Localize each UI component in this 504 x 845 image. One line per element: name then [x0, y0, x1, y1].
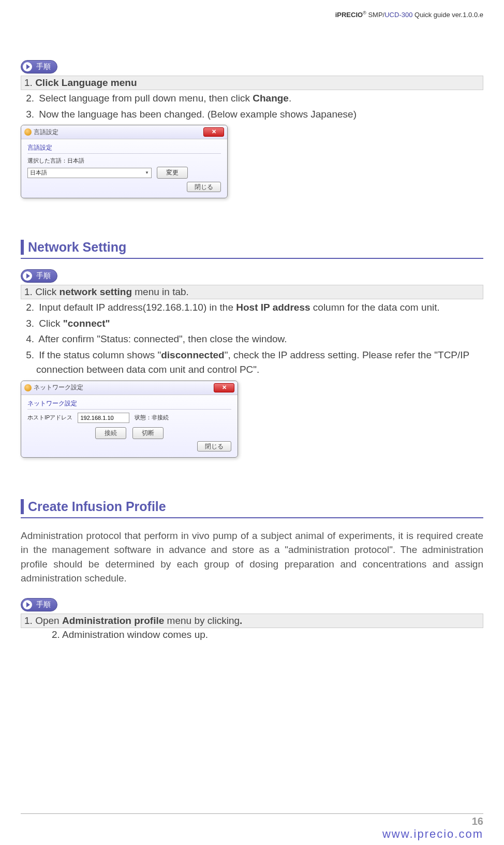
host-ip-label: ホストIPアドレス	[27, 414, 72, 421]
section-rule	[21, 258, 483, 259]
window-close-button[interactable]: ✕	[214, 383, 234, 392]
step-text-part: Input default IP address(192.168.1.10) i…	[39, 302, 236, 313]
step-text: Administration window comes up.	[62, 629, 208, 640]
step-text-end: .	[240, 615, 242, 626]
dialog-icon	[24, 384, 32, 391]
connect-button[interactable]: 接続	[95, 427, 126, 439]
section-heading-profile: Create Infusion Profile	[21, 499, 483, 514]
model-number: UCD-300	[384, 11, 412, 19]
step-text-bold: "connect"	[63, 318, 110, 329]
field-row: 日本語 変更	[27, 167, 221, 179]
dialog-title: 言語設定	[34, 128, 58, 137]
step-highlight-row: 1. Open Administration profile menu by c…	[21, 614, 483, 628]
intro-paragraph: Administration protocol that perform in …	[21, 529, 483, 586]
step-number: 2.	[23, 300, 34, 315]
button-row: 閉じる	[27, 442, 231, 451]
step-number: 1.	[24, 286, 33, 297]
list-item: 3. Now the language has been changed. (B…	[21, 107, 483, 122]
change-button[interactable]: 変更	[157, 167, 188, 179]
step-text-bold: disconnected	[161, 349, 224, 360]
step-number: 4.	[23, 332, 34, 347]
step-number: 5.	[23, 348, 34, 363]
step-list: 2. Select language from pull down menu, …	[21, 91, 483, 122]
select-value: 日本語	[30, 169, 47, 177]
language-settings-dialog: 言語設定 ✕ 言語設定 選択した言語：日本語 日本語 変更 閉じる	[21, 125, 228, 198]
step-text-part: Click	[39, 318, 63, 329]
step-text-bold: Change	[253, 93, 289, 104]
button-row: 接続 切断	[27, 427, 231, 439]
step-text-part: Open	[35, 615, 62, 626]
language-select[interactable]: 日本語	[27, 168, 152, 178]
list-item: 3. Click "connect"	[21, 316, 483, 331]
step-text-part: If the status column shows "	[39, 349, 161, 360]
ip-address-input[interactable]	[78, 413, 129, 423]
step-text-bold: Host IP address	[236, 302, 310, 313]
field-row: ホストIPアドレス 状態：非接続	[27, 413, 231, 423]
footer-url: www.iprecio.com	[382, 827, 483, 841]
step-text-part: Click	[35, 286, 59, 297]
network-settings-dialog: ネットワーク設定 ✕ ネットワーク設定 ホストIPアドレス 状態：非接続 接続 …	[21, 381, 238, 458]
procedure-badge: 手順	[21, 269, 57, 283]
list-item: 2. Administration window comes up.	[52, 629, 483, 640]
list-item: 5. If the status column shows "disconnec…	[21, 348, 483, 377]
list-item: 2. Select language from pull down menu, …	[21, 91, 483, 106]
dialog-titlebar: 言語設定 ✕	[21, 125, 227, 139]
step-number: 3.	[23, 107, 34, 122]
connection-status-label: 状態：非接続	[135, 414, 169, 421]
step-text-bold: Administration profile	[62, 615, 164, 626]
button-row: 閉じる	[27, 183, 221, 192]
step-text: Now the language has been changed. (Belo…	[39, 109, 357, 120]
close-button[interactable]: 閉じる	[197, 441, 231, 451]
window-close-button[interactable]: ✕	[203, 127, 224, 137]
step-highlight-row: 1. Click Language menu	[21, 76, 483, 90]
step-text-part: column for the data com unit.	[310, 302, 440, 313]
disconnect-button[interactable]: 切断	[132, 427, 164, 439]
procedure-label: 手順	[36, 271, 51, 281]
dialog-title: ネットワーク設定	[34, 383, 83, 392]
step-number: 1.	[24, 77, 33, 88]
footer-rule	[21, 813, 483, 814]
selected-language-label: 選択した言語：日本語	[27, 157, 221, 165]
section-rule	[21, 517, 483, 518]
step-text-part: menu in tab.	[132, 286, 189, 297]
page-number: 16	[472, 815, 483, 827]
brand-name: iPRECIO	[335, 11, 363, 19]
list-item: 4. After confirm "Status: connected", th…	[21, 332, 483, 347]
play-icon	[23, 62, 32, 71]
group-label: ネットワーク設定	[27, 399, 231, 410]
play-icon	[23, 600, 32, 609]
step-text: Click Language menu	[35, 77, 137, 88]
list-item: 2. Input default IP address(192.168.1.10…	[21, 300, 483, 315]
model-prefix: SMP/	[366, 11, 384, 19]
close-button[interactable]: 閉じる	[187, 182, 221, 192]
procedure-badge: 手順	[21, 60, 57, 74]
step-list: 2. Input default IP address(192.168.1.10…	[21, 300, 483, 377]
doc-version: Quick guide ver.1.0.0.e	[412, 11, 483, 19]
step-number: 2.	[23, 91, 34, 106]
page-content: 手順 1. Click Language menu 2. Select lang…	[0, 19, 504, 640]
step-text-part: menu by clicking	[164, 615, 240, 626]
step-number: 1.	[24, 615, 33, 626]
step-text-part: Select language from pull down menu, the…	[39, 93, 253, 104]
step-text: After confirm "Status: connected", then …	[38, 333, 287, 344]
dialog-body: 言語設定 選択した言語：日本語 日本語 変更 閉じる	[21, 139, 227, 198]
step-number: 3.	[23, 316, 34, 331]
procedure-badge: 手順	[21, 598, 57, 611]
dialog-titlebar: ネットワーク設定 ✕	[21, 381, 238, 395]
step-highlight-row: 1. Click network setting menu in tab.	[21, 285, 483, 299]
sub-step-list: 2. Administration window comes up.	[52, 629, 483, 640]
section-heading-network: Network Setting	[21, 240, 483, 255]
dialog-icon	[24, 128, 32, 136]
step-number: 2.	[52, 629, 60, 640]
page-header: iPRECIO® SMP/UCD-300 Quick guide ver.1.0…	[0, 0, 504, 19]
registered-mark: ®	[363, 10, 366, 16]
procedure-label: 手順	[36, 62, 51, 71]
group-label: 言語設定	[27, 143, 221, 154]
step-text-bold: network setting	[60, 286, 132, 297]
procedure-label: 手順	[36, 600, 51, 609]
step-text-part: .	[289, 93, 291, 104]
dialog-body: ネットワーク設定 ホストIPアドレス 状態：非接続 接続 切断 閉じる	[21, 395, 238, 457]
play-icon	[23, 271, 32, 281]
